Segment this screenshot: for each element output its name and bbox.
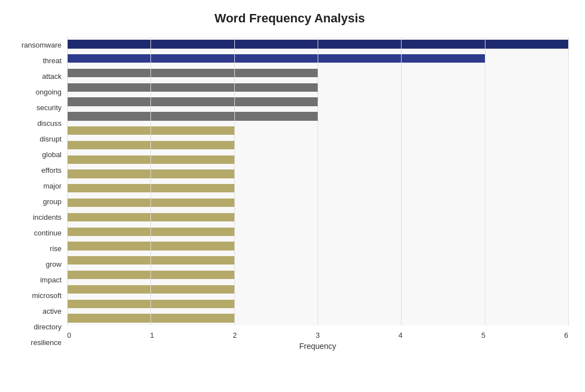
bar <box>67 271 234 279</box>
y-label: group <box>43 198 62 205</box>
x-tick: 5 <box>482 331 485 339</box>
y-label: efforts <box>41 167 62 174</box>
y-label: security <box>36 104 62 111</box>
bar-row <box>67 253 568 268</box>
bar <box>67 54 485 63</box>
bar-row <box>67 109 568 124</box>
bar-row <box>67 181 568 196</box>
bar-row <box>67 239 568 253</box>
bar-row <box>67 124 568 138</box>
bar-row <box>67 95 568 109</box>
bar-row <box>67 80 568 95</box>
y-label: grow <box>46 261 62 268</box>
y-label: attack <box>42 73 62 80</box>
x-tick: 3 <box>315 331 319 339</box>
y-label: directory <box>34 323 62 330</box>
bar-row <box>67 51 568 66</box>
bar-row <box>67 282 568 297</box>
bars-wrapper <box>67 37 568 325</box>
x-axis: 0123456 <box>67 328 568 339</box>
grid-line <box>568 37 569 325</box>
bar-row <box>67 37 568 51</box>
y-label: active <box>43 308 62 315</box>
bar <box>67 69 318 77</box>
bar <box>67 97 318 106</box>
y-label: major <box>43 182 62 190</box>
y-label: resilience <box>31 339 62 346</box>
y-label: discuss <box>37 120 62 127</box>
x-tick: 0 <box>67 331 71 339</box>
bar-row <box>67 167 568 181</box>
bar <box>67 184 234 192</box>
x-tick: 2 <box>233 331 237 339</box>
bar-row <box>67 138 568 153</box>
x-tick: 4 <box>399 331 403 339</box>
bar <box>67 300 234 308</box>
bar-row <box>67 196 568 210</box>
y-label: incidents <box>33 214 62 221</box>
bar <box>67 155 234 164</box>
bar-row <box>67 224 568 239</box>
y-label: ransomware <box>21 41 62 49</box>
bar-row <box>67 296 568 311</box>
y-label: impact <box>40 276 62 284</box>
x-tick: 6 <box>564 331 568 339</box>
y-label: rise <box>50 245 62 252</box>
y-label: ongoing <box>36 88 62 96</box>
plot-area: 0123456 Frequency <box>67 37 568 351</box>
bar <box>67 141 234 149</box>
bar <box>67 285 234 294</box>
bar-row <box>67 311 568 325</box>
bar-row <box>67 268 568 282</box>
x-axis-label: Frequency <box>67 342 568 351</box>
bar <box>67 112 318 120</box>
bar-row <box>67 152 568 167</box>
chart-title: Word Frequency Analysis <box>11 11 568 26</box>
chart-area: ransomwarethreatattackongoingsecuritydis… <box>11 37 568 351</box>
y-label: threat <box>43 57 62 64</box>
y-label: microsoft <box>32 292 62 299</box>
bar <box>67 40 568 48</box>
y-label: global <box>42 151 62 158</box>
bar <box>67 126 234 135</box>
y-label: continue <box>34 229 62 237</box>
x-tick: 1 <box>150 331 154 339</box>
bar <box>67 256 234 265</box>
bar <box>67 213 234 221</box>
bar <box>67 242 234 250</box>
bar-row <box>67 66 568 81</box>
y-label: disrupt <box>40 135 62 143</box>
bar <box>67 169 234 178</box>
y-axis: ransomwarethreatattackongoingsecuritydis… <box>11 37 67 351</box>
bar <box>67 83 318 92</box>
bar <box>67 228 234 236</box>
bar <box>67 199 234 207</box>
chart-container: Word Frequency Analysis ransomwarethreat… <box>0 0 585 392</box>
bar-row <box>67 210 568 225</box>
bottom-section: 0123456 Frequency <box>67 328 568 351</box>
bar <box>67 314 234 322</box>
